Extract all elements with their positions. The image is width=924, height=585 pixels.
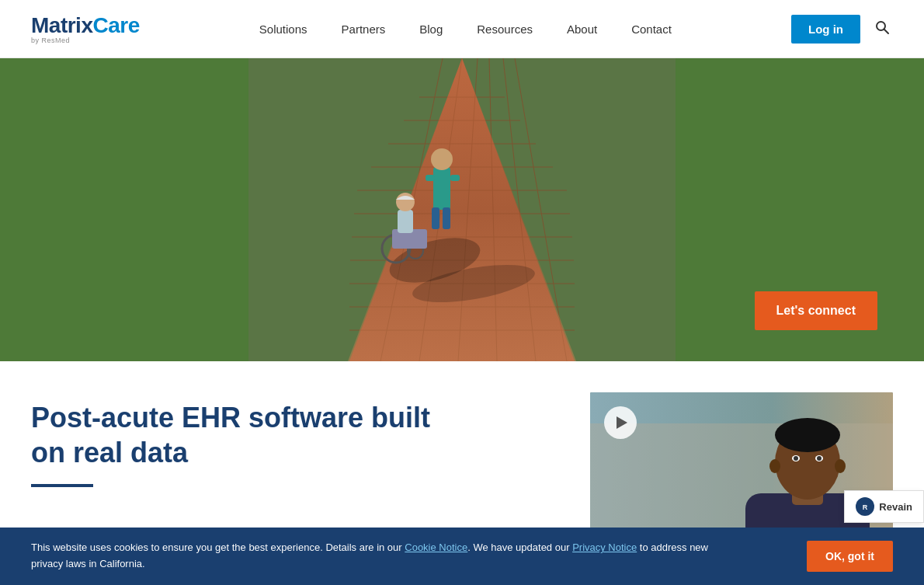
svg-point-49 bbox=[835, 459, 846, 473]
svg-point-36 bbox=[396, 193, 415, 211]
nav-contact[interactable]: Contact bbox=[617, 16, 686, 42]
svg-point-27 bbox=[431, 148, 453, 170]
heading-underline bbox=[31, 484, 93, 487]
logo-accent: Care bbox=[92, 13, 139, 37]
svg-rect-30 bbox=[432, 207, 439, 229]
logo-text: MatrixCare bbox=[31, 13, 140, 38]
svg-line-1 bbox=[884, 29, 888, 33]
nav-solutions[interactable]: Solutions bbox=[245, 16, 321, 42]
svg-rect-26 bbox=[433, 167, 450, 210]
page-heading: Post-acute EHR software built on real da… bbox=[31, 400, 544, 470]
svg-rect-29 bbox=[450, 175, 460, 181]
play-icon bbox=[617, 416, 627, 429]
logo-primary: Matrix bbox=[31, 13, 92, 37]
nav-partners[interactable]: Partners bbox=[328, 16, 400, 42]
svg-point-46 bbox=[794, 456, 798, 461]
search-button[interactable] bbox=[871, 16, 893, 42]
svg-rect-28 bbox=[426, 175, 435, 181]
nav-resources[interactable]: Resources bbox=[463, 16, 547, 42]
cookie-notice-link[interactable]: Cookie Notice bbox=[405, 541, 467, 553]
cookie-banner: This website uses cookies to ensure you … bbox=[0, 528, 924, 559]
lets-connect-button[interactable]: Let's connect bbox=[755, 291, 878, 330]
hero-section: Let's connect bbox=[0, 58, 924, 361]
logo[interactable]: MatrixCare by ResMed bbox=[31, 13, 140, 44]
nav-blog[interactable]: Blog bbox=[405, 16, 457, 42]
content-left: Post-acute EHR software built on real da… bbox=[31, 392, 544, 503]
login-button[interactable]: Log in bbox=[791, 15, 860, 44]
privacy-notice-link[interactable]: Privacy Notice bbox=[572, 541, 637, 553]
revain-label: Revain bbox=[879, 501, 912, 513]
revain-icon: R bbox=[856, 497, 874, 516]
svg-rect-3 bbox=[0, 58, 248, 361]
svg-rect-35 bbox=[398, 210, 413, 233]
svg-text:R: R bbox=[863, 503, 868, 511]
svg-point-47 bbox=[817, 456, 822, 461]
cookie-message: This website uses cookies to ensure you … bbox=[31, 540, 730, 559]
play-button[interactable] bbox=[604, 406, 637, 439]
search-icon bbox=[874, 19, 890, 35]
cookie-ok-button[interactable]: OK, got it bbox=[807, 541, 893, 559]
site-header: MatrixCare by ResMed Solutions Partners … bbox=[0, 0, 924, 58]
revain-widget[interactable]: R Revain bbox=[844, 490, 924, 523]
main-nav: Solutions Partners Blog Resources About … bbox=[245, 16, 686, 42]
svg-rect-31 bbox=[443, 207, 450, 229]
logo-sub: by ResMed bbox=[31, 37, 140, 44]
svg-point-43 bbox=[775, 418, 840, 452]
nav-about[interactable]: About bbox=[553, 16, 611, 42]
header-actions: Log in bbox=[791, 15, 893, 44]
svg-point-48 bbox=[769, 459, 780, 473]
